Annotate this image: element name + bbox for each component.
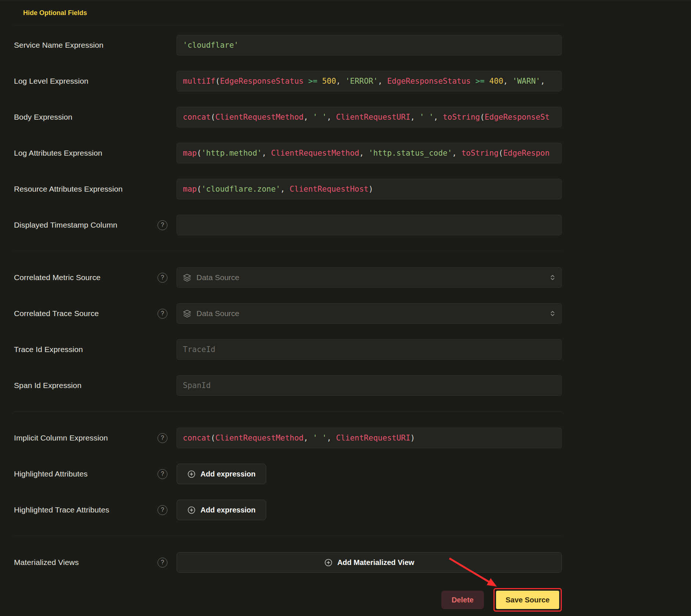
- label-col: Resource Attributes Expression: [14, 185, 177, 193]
- correlated-metric-source-select[interactable]: Data Source: [177, 267, 562, 288]
- input-col: map('http.method', ClientRequestMethod, …: [177, 143, 562, 163]
- correlated-metric-label: Correlated Metric Source: [14, 273, 101, 282]
- field-row-correlated-metric: Correlated Metric Source ? Data Source: [14, 267, 562, 288]
- field-row-log-attributes: Log Attributes Expression map('http.meth…: [14, 143, 562, 163]
- correlated-trace-source-select[interactable]: Data Source: [177, 303, 562, 324]
- service-name-expression-input[interactable]: 'cloudflare': [177, 35, 562, 55]
- trace-id-label: Trace Id Expression: [14, 345, 83, 354]
- resource-attributes-label: Resource Attributes Expression: [14, 185, 123, 193]
- label-col: Highlighted Trace Attributes ?: [14, 505, 177, 515]
- field-row-correlated-trace: Correlated Trace Source ? Data Source: [14, 303, 562, 324]
- section-divider: [14, 251, 562, 251]
- input-col: Data Source: [177, 267, 562, 288]
- label-col: Log Attributes Expression: [14, 149, 177, 157]
- resource-attributes-expression-input[interactable]: map('cloudflare.zone', ClientRequestHost…: [177, 179, 562, 199]
- displayed-timestamp-label: Displayed Timestamp Column: [14, 221, 117, 229]
- correlated-trace-label: Correlated Trace Source: [14, 309, 99, 318]
- label-col: Log Level Expression: [14, 77, 177, 86]
- trace-id-expression-input[interactable]: [177, 339, 562, 360]
- field-row-materialized-views: Materialized Views ? Add Materialized Vi…: [14, 552, 562, 573]
- help-icon[interactable]: ?: [158, 469, 167, 479]
- footer-actions: Delete Save Source: [14, 588, 562, 612]
- field-row-highlighted-trace-attributes: Highlighted Trace Attributes ? Add expre…: [14, 500, 562, 520]
- label-col: Correlated Metric Source ?: [14, 273, 177, 283]
- label-col: Displayed Timestamp Column ?: [14, 220, 177, 230]
- add-materialized-view-button[interactable]: Add Materialized View: [177, 552, 562, 573]
- field-row-body: Body Expression concat(ClientRequestMeth…: [14, 107, 562, 127]
- input-col: Add expression: [177, 500, 562, 520]
- help-icon[interactable]: ?: [158, 558, 167, 568]
- highlighted-attributes-label: Highlighted Attributes: [14, 470, 88, 478]
- chevron-updown-icon: [550, 274, 556, 281]
- input-col: [177, 215, 562, 235]
- add-expression-button[interactable]: Add expression: [177, 500, 266, 520]
- implicit-column-expression-input[interactable]: concat(ClientRequestMethod, ' ', ClientR…: [177, 428, 562, 448]
- materialized-views-label: Materialized Views: [14, 558, 79, 567]
- log-level-expression-input[interactable]: multiIf(EdgeResponseStatus >= 500, 'ERRO…: [177, 71, 562, 91]
- hide-optional-fields-toggle[interactable]: Hide Optional Fields: [23, 9, 87, 17]
- log-attributes-expression-input[interactable]: map('http.method', ClientRequestMethod, …: [177, 143, 562, 163]
- input-col: concat(ClientRequestMethod, ' ', ClientR…: [177, 428, 562, 448]
- plus-circle-icon: [187, 506, 196, 514]
- source-form: Hide Optional Fields Service Name Expres…: [0, 0, 562, 612]
- layers-icon: [183, 309, 191, 318]
- select-placeholder: Data Source: [196, 273, 239, 282]
- input-col: [177, 339, 562, 360]
- label-col: Highlighted Attributes ?: [14, 469, 177, 479]
- label-col: Materialized Views ?: [14, 558, 177, 568]
- input-col: concat(ClientRequestMethod, ' ', ClientR…: [177, 107, 562, 127]
- field-row-implicit-column: Implicit Column Expression ? concat(Clie…: [14, 428, 562, 448]
- field-row-trace-id: Trace Id Expression: [14, 339, 562, 360]
- select-placeholder: Data Source: [196, 309, 239, 318]
- implicit-column-label: Implicit Column Expression: [14, 434, 108, 442]
- span-id-expression-input[interactable]: [177, 375, 562, 396]
- annotation-highlight-box: Save Source: [493, 588, 562, 612]
- add-expression-label: Add expression: [200, 506, 256, 514]
- log-level-label: Log Level Expression: [14, 77, 88, 86]
- save-source-button[interactable]: Save Source: [496, 591, 559, 609]
- input-col: 'cloudflare': [177, 35, 562, 55]
- input-col: Add expression: [177, 464, 562, 484]
- section-divider: [14, 411, 562, 412]
- field-row-span-id: Span Id Expression: [14, 375, 562, 396]
- label-col: Body Expression: [14, 113, 177, 122]
- plus-circle-icon: [187, 470, 196, 478]
- input-col: [177, 375, 562, 396]
- help-icon[interactable]: ?: [158, 273, 167, 283]
- layers-icon: [183, 273, 191, 282]
- label-col: Correlated Trace Source ?: [14, 309, 177, 319]
- input-col: map('cloudflare.zone', ClientRequestHost…: [177, 179, 562, 199]
- help-icon[interactable]: ?: [158, 433, 167, 443]
- add-materialized-view-label: Add Materialized View: [337, 558, 415, 567]
- highlighted-trace-attributes-label: Highlighted Trace Attributes: [14, 506, 109, 514]
- label-col: Trace Id Expression: [14, 345, 177, 354]
- help-icon[interactable]: ?: [158, 309, 167, 319]
- log-attributes-label: Log Attributes Expression: [14, 149, 102, 157]
- field-row-log-level: Log Level Expression multiIf(EdgeRespons…: [14, 71, 562, 91]
- input-col: Add Materialized View: [177, 552, 562, 573]
- input-col: multiIf(EdgeResponseStatus >= 500, 'ERRO…: [177, 71, 562, 91]
- displayed-timestamp-input[interactable]: [177, 215, 562, 235]
- plus-circle-icon: [324, 558, 333, 567]
- input-col: Data Source: [177, 303, 562, 324]
- section-divider: [14, 536, 562, 536]
- service-name-label: Service Name Expression: [14, 41, 104, 50]
- label-col: Service Name Expression: [14, 41, 177, 50]
- optional-fields-header: Hide Optional Fields: [14, 9, 562, 17]
- field-row-highlighted-attributes: Highlighted Attributes ? Add expression: [14, 464, 562, 484]
- help-icon[interactable]: ?: [158, 220, 167, 230]
- span-id-label: Span Id Expression: [14, 381, 82, 390]
- help-icon[interactable]: ?: [158, 505, 167, 515]
- body-expression-label: Body Expression: [14, 113, 72, 122]
- delete-button[interactable]: Delete: [441, 591, 484, 609]
- add-expression-button[interactable]: Add expression: [177, 464, 266, 484]
- label-col: Implicit Column Expression ?: [14, 433, 177, 443]
- body-expression-input[interactable]: concat(ClientRequestMethod, ' ', ClientR…: [177, 107, 562, 127]
- label-col: Span Id Expression: [14, 381, 177, 390]
- field-row-service-name: Service Name Expression 'cloudflare': [14, 35, 562, 55]
- chevron-updown-icon: [550, 310, 556, 317]
- add-expression-label: Add expression: [200, 470, 256, 478]
- field-row-displayed-timestamp: Displayed Timestamp Column ?: [14, 215, 562, 235]
- section-divider: [14, 25, 562, 25]
- field-row-resource-attributes: Resource Attributes Expression map('clou…: [14, 179, 562, 199]
